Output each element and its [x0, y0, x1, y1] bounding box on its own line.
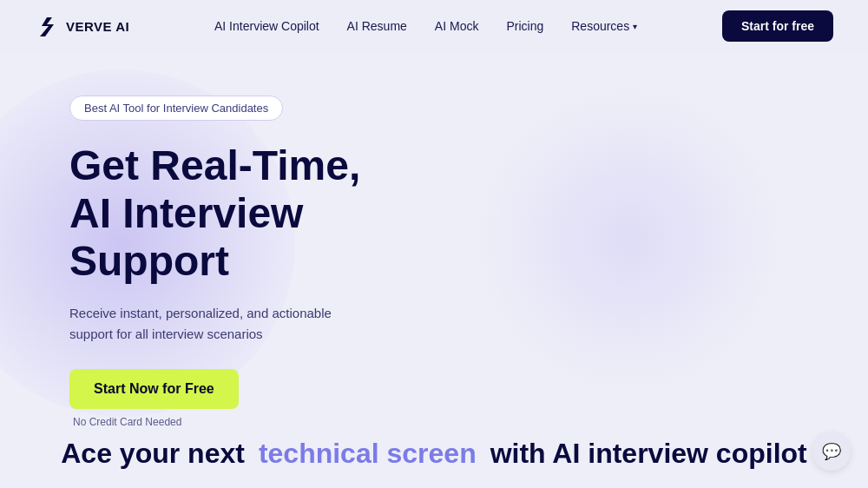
resources-chevron-icon: ▾ [633, 22, 637, 31]
bottom-marquee: Ace your next technical screen with AI i… [0, 419, 868, 488]
bottom-text-left: Ace your next [61, 438, 245, 470]
nav-link-pricing[interactable]: Pricing [506, 19, 543, 33]
hero-section: Best AI Tool for Interview Candidates Ge… [0, 52, 486, 428]
cta-area: Start Now for Free No Credit Card Needed [69, 369, 417, 428]
navbar-right: Start for free [722, 10, 833, 42]
bottom-text-right: with AI interview copilot [490, 438, 807, 470]
hero-badge: Best AI Tool for Interview Candidates [69, 96, 283, 121]
nav-link-ai-mock[interactable]: AI Mock [435, 19, 479, 33]
start-now-button[interactable]: Start Now for Free [69, 369, 239, 409]
nav-link-ai-interview-copilot[interactable]: AI Interview Copilot [214, 19, 319, 33]
chat-icon: 💬 [822, 442, 841, 461]
svg-marker-0 [40, 17, 54, 36]
verve-ai-logo-icon [35, 14, 59, 38]
navbar-start-free-button[interactable]: Start for free [722, 10, 833, 42]
bottom-text-highlight: technical screen [259, 438, 477, 470]
no-credit-card-text: No Credit Card Needed [73, 416, 417, 428]
chat-button[interactable]: 💬 [812, 432, 851, 471]
nav-links: AI Interview Copilot AI Resume AI Mock P… [214, 19, 637, 33]
navbar: VERVE AI AI Interview Copilot AI Resume … [0, 0, 868, 52]
nav-link-resources[interactable]: Resources ▾ [571, 19, 637, 33]
logo-area: VERVE AI [35, 14, 129, 38]
nav-link-ai-resume[interactable]: AI Resume [347, 19, 407, 33]
logo-text: VERVE AI [66, 19, 129, 34]
bg-blob-right [477, 87, 781, 391]
hero-title: Get Real-Time, AI Interview Support [69, 142, 417, 286]
hero-subtitle: Receive instant, personalized, and actio… [69, 303, 365, 345]
